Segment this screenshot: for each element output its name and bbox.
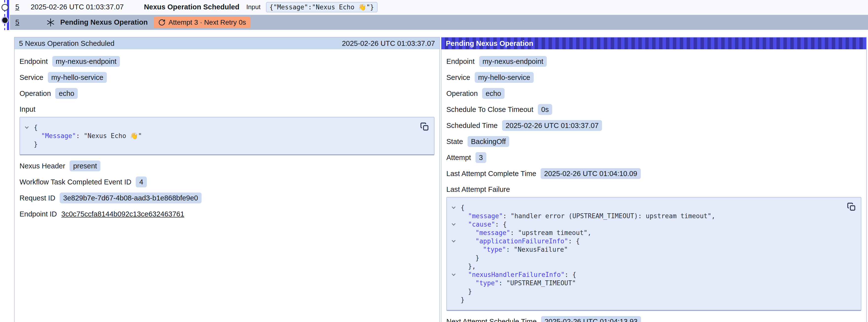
event-timestamp: 2025-02-26 UTC 01:03:37.07: [31, 3, 124, 11]
panel-title: 5 Nexus Operation Scheduled: [19, 39, 115, 47]
collapse-chevron-icon[interactable]: [452, 272, 456, 276]
input-label: Input: [246, 3, 260, 11]
field-row: Endpointmy-nexus-endpoint: [20, 56, 434, 67]
field-value-chip: 3: [475, 152, 486, 163]
field-label: Endpoint ID: [20, 210, 57, 218]
field-label: Endpoint: [446, 58, 475, 66]
input-json-block: {"Message": "Nexus Echo 👋"}: [20, 117, 434, 155]
json-text: {: [461, 204, 465, 211]
json-key: "nexusHandlerFailureInfo": [468, 271, 564, 278]
json-line: "message": "upstream timeout",: [447, 229, 844, 237]
json-key: "message": [468, 212, 503, 220]
json-text: {: [34, 124, 38, 131]
field-value-chip: BackingOff: [468, 136, 509, 147]
json-line: "message": "handler error (UPSTREAM_TIME…: [447, 212, 844, 220]
json-text: }: [34, 140, 38, 148]
json-text: : "UPSTREAM_TIMEOUT": [499, 279, 576, 287]
field-row: Servicemy-hello-service: [20, 72, 434, 83]
json-text: : {: [568, 237, 580, 245]
field-row: StateBackingOff: [446, 136, 861, 147]
json-line: "cause": {: [447, 220, 844, 229]
event-title: Nexus Operation Scheduled: [144, 3, 239, 11]
pending-operation-panel: Pending Nexus Operation Endpointmy-nexus…: [441, 37, 867, 322]
field-value-link[interactable]: 3c0c75ccfa8144b092c13ce632463761: [61, 210, 184, 218]
json-text: }: [461, 296, 465, 303]
json-key: "type": [483, 246, 506, 253]
copy-button[interactable]: [847, 202, 856, 211]
json-line: }: [447, 287, 844, 296]
panel-timestamp: 2025-02-26 UTC 01:03:37.07: [342, 39, 435, 47]
retry-badge-text: Attempt 3 · Next Retry 0s: [168, 19, 246, 26]
collapse-chevron-icon[interactable]: [452, 222, 456, 226]
field-row: Nexus Headerpresent: [20, 161, 434, 171]
field-value-chip: 2025-02-26 UTC 01:03:37.07: [502, 120, 602, 131]
field-label: Operation: [20, 90, 51, 98]
event-row-scheduled[interactable]: 5 2025-02-26 UTC 01:03:37.07 Nexus Opera…: [10, 0, 868, 14]
json-key: "applicationFailureInfo": [475, 237, 568, 245]
field-group-bottom: Nexus HeaderpresentWorkflow Task Complet…: [20, 161, 434, 219]
field-row: Request ID3e829b7e-7d67-4b08-aad3-b1e868…: [20, 193, 434, 203]
scheduled-event-panel: 5 Nexus Operation Scheduled 2025-02-26 U…: [14, 37, 440, 322]
json-line: }: [447, 296, 844, 304]
event-id-link[interactable]: 5: [15, 3, 19, 11]
field-label: Last Attempt Complete Time: [446, 170, 536, 178]
field-value-chip: 0s: [538, 104, 552, 115]
field-row: Next Attempt Schedule Time2025-02-26 UTC…: [446, 316, 861, 322]
json-key: "Message": [41, 132, 76, 139]
field-value-chip: my-hello-service: [48, 72, 107, 83]
field-label: Attempt: [446, 154, 471, 162]
field-value-chip: 4: [136, 176, 147, 187]
timeline-active-indicator-bar: [7, 0, 9, 30]
field-label: Next Attempt Schedule Time: [446, 318, 537, 322]
pending-operation-row[interactable]: 5 Pending Nexus Operation Attempt 3 · Ne…: [10, 15, 868, 30]
json-text: : "upstream timeout",: [510, 229, 591, 236]
field-group-top: Endpointmy-nexus-endpointServicemy-hello…: [446, 56, 861, 179]
field-row: Servicemy-hello-service: [446, 72, 861, 83]
copy-button[interactable]: [420, 122, 429, 131]
field-row: Endpoint ID3c0c75ccfa8144b092c13ce632463…: [20, 208, 434, 219]
field-label: State: [446, 137, 463, 146]
json-line: }: [447, 254, 844, 262]
field-label: Service: [446, 73, 470, 82]
collapse-chevron-icon[interactable]: [452, 239, 456, 243]
timeline-node-open-icon: [1, 4, 8, 11]
field-label: Scheduled Time: [446, 122, 498, 130]
field-value-chip: my-nexus-endpoint: [52, 56, 120, 67]
json-line: {: [20, 123, 417, 132]
field-value-chip: echo: [55, 88, 78, 99]
event-history-view: 5 2025-02-26 UTC 01:03:37.07 Nexus Opera…: [0, 0, 868, 322]
field-row: Workflow Task Completed Event ID4: [20, 176, 434, 187]
field-value-chip: 3e829b7e-7d67-4b08-aad3-b1e868bfe9e0: [60, 193, 202, 203]
field-label: Request ID: [20, 194, 55, 202]
field-group-top: Endpointmy-nexus-endpointServicemy-hello…: [20, 56, 434, 99]
field-value-chip: my-hello-service: [475, 72, 534, 83]
input-preview-chip: {"Message":"Nexus Echo 👋"}: [266, 2, 377, 12]
collapse-chevron-icon[interactable]: [452, 205, 456, 209]
json-key: "type": [475, 279, 499, 287]
json-key: "cause": [468, 221, 495, 228]
json-line: "applicationFailureInfo": {: [447, 237, 844, 245]
collapse-chevron-icon[interactable]: [25, 125, 29, 129]
field-row: Operationecho: [20, 88, 434, 99]
field-value-chip: echo: [482, 88, 504, 99]
failure-section-label: Last Attempt Failure: [446, 185, 861, 194]
pending-panel-header: Pending Nexus Operation: [441, 37, 866, 49]
panel-title: Pending Nexus Operation: [446, 39, 533, 47]
json-line: {: [447, 203, 844, 212]
pending-operation-title: Pending Nexus Operation: [60, 18, 148, 26]
input-section-label: Input: [20, 105, 434, 114]
event-id-link[interactable]: 5: [15, 18, 19, 26]
field-row: Attempt3: [446, 152, 861, 163]
json-text: : "Nexus Echo 👋": [76, 132, 142, 139]
field-label: Schedule To Close Timeout: [446, 105, 533, 114]
field-label: Operation: [446, 90, 478, 98]
json-line: "type": "NexusFailure": [447, 245, 844, 254]
retry-icon: [158, 19, 165, 26]
field-label: Service: [20, 73, 43, 82]
pending-asterisk-icon: [46, 18, 55, 27]
field-row: Schedule To Close Timeout0s: [446, 104, 861, 115]
field-row: Last Attempt Complete Time2025-02-26 UTC…: [446, 168, 861, 179]
json-text: : {: [495, 221, 507, 228]
json-key: "message": [475, 229, 510, 236]
json-text: }: [475, 254, 479, 262]
